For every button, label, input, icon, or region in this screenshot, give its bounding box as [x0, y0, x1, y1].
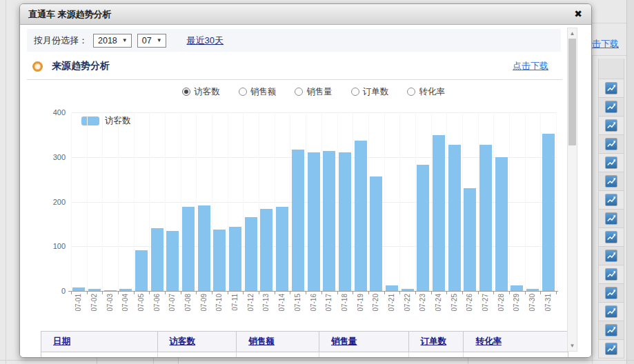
scroll-up-icon[interactable]: ▲ — [568, 30, 577, 37]
radio-icon[interactable] — [295, 88, 303, 96]
bar-07-09[interactable] — [198, 205, 210, 291]
download-link[interactable]: 点击下载 — [513, 60, 548, 72]
bar-07-07[interactable] — [166, 231, 179, 291]
bar-07-10[interactable] — [213, 230, 226, 291]
bar-07-17[interactable] — [323, 151, 335, 291]
table-header-cell: 访客数 — [157, 332, 237, 352]
bar-07-11[interactable] — [229, 227, 241, 291]
metric-radio-label: 销售量 — [306, 86, 333, 98]
radio-icon[interactable] — [239, 88, 247, 96]
x-axis-tick-label: 07-21 — [388, 294, 396, 325]
x-axis-tick-label: 07-24 — [435, 294, 443, 325]
trend-chart-icon[interactable] — [605, 194, 617, 206]
bg-table-row — [598, 191, 624, 210]
table-header-row: 日期访客数销售额销售量订单数转化率 — [41, 332, 568, 352]
bar-07-21[interactable] — [386, 285, 398, 291]
bar-07-06[interactable] — [151, 228, 164, 291]
trend-chart-icon[interactable] — [605, 156, 617, 169]
bar-07-20[interactable] — [370, 176, 382, 291]
bg-page-scroll-area — [626, 0, 634, 364]
bar-07-16[interactable] — [308, 152, 320, 291]
legend-label: 访客数 — [105, 115, 131, 127]
sort-link-2[interactable]: 销售额 — [248, 336, 275, 347]
radio-icon[interactable] — [351, 88, 359, 96]
bar-07-31[interactable] — [542, 134, 555, 291]
metric-radio-label: 销售额 — [250, 86, 277, 98]
close-icon[interactable]: ✖ — [574, 8, 582, 19]
bar-07-18[interactable] — [339, 152, 351, 291]
bar-07-29[interactable] — [511, 285, 523, 291]
bg-table-row — [598, 321, 624, 340]
x-axis-tick — [71, 292, 72, 294]
trend-chart-icon[interactable] — [605, 231, 617, 243]
trend-chart-icon[interactable] — [605, 175, 617, 188]
gridline — [399, 112, 400, 291]
bg-table-row — [598, 265, 624, 284]
trend-chart-icon[interactable] — [605, 138, 617, 150]
x-axis-line — [68, 291, 558, 292]
trend-chart-icon[interactable] — [605, 82, 617, 94]
bar-07-23[interactable] — [417, 165, 429, 291]
scroll-down-icon[interactable]: ▼ — [568, 343, 577, 349]
bar-07-19[interactable] — [355, 141, 367, 291]
bar-07-08[interactable] — [182, 207, 195, 291]
x-axis-tick — [493, 292, 494, 294]
trend-chart-icon[interactable] — [605, 250, 617, 262]
table-cell — [319, 352, 408, 357]
sort-link-1[interactable]: 访客数 — [170, 336, 196, 347]
trend-chart-icon[interactable] — [605, 324, 617, 336]
bar-07-03[interactable] — [104, 290, 117, 291]
bar-07-12[interactable] — [245, 217, 257, 291]
bar-07-01[interactable] — [72, 287, 85, 291]
trend-chart-icon[interactable] — [605, 268, 617, 281]
x-axis-tick — [228, 292, 228, 294]
scrollbar-thumb[interactable] — [568, 39, 576, 145]
sort-link-5[interactable]: 转化率 — [475, 336, 502, 347]
bar-07-13[interactable] — [260, 209, 273, 291]
x-axis-tick — [196, 292, 197, 294]
gridline — [368, 112, 369, 291]
bar-07-30[interactable] — [526, 289, 539, 291]
radio-icon[interactable] — [407, 88, 415, 96]
y-axis-tick-label: 300 — [39, 153, 66, 161]
trend-chart-icon[interactable] — [605, 287, 617, 299]
x-axis-tick — [275, 292, 275, 294]
trend-chart-icon[interactable] — [605, 305, 617, 318]
bar-07-14[interactable] — [276, 207, 288, 291]
gridline — [212, 112, 212, 291]
x-axis-tick-label: 07-29 — [513, 294, 521, 325]
month-select[interactable]: 07 ▼ — [137, 34, 166, 48]
bar-07-05[interactable] — [135, 250, 148, 291]
dialog-scrollbar[interactable]: ▲ ▼ — [567, 28, 577, 352]
bar-07-27[interactable] — [479, 145, 492, 291]
sort-link-3[interactable]: 销售量 — [331, 336, 357, 347]
gridline — [165, 112, 166, 291]
x-axis-tick — [118, 292, 119, 294]
bar-07-22[interactable] — [402, 289, 414, 291]
bar-07-02[interactable] — [88, 289, 101, 291]
trend-chart-icon[interactable] — [605, 119, 617, 132]
bar-07-15[interactable] — [292, 150, 304, 291]
trend-bar-chart: 访客数 0100200300400 07-0107-0207-0307-0407… — [20, 25, 591, 357]
x-axis-tick — [165, 292, 166, 294]
radio-selected-icon[interactable] — [182, 88, 190, 96]
bar-07-04[interactable] — [119, 289, 132, 291]
bar-07-25[interactable] — [448, 145, 461, 291]
trend-chart-icon[interactable] — [605, 212, 617, 225]
x-axis-tick-label: 07-04 — [121, 294, 130, 325]
bar-07-24[interactable] — [433, 135, 445, 291]
recent-30-days-link[interactable]: 最近30天 — [187, 34, 224, 47]
year-select[interactable]: 2018 ▼ — [93, 34, 132, 48]
x-axis-tick-label: 07-05 — [137, 294, 146, 325]
gridline — [243, 112, 244, 291]
trend-chart-icon[interactable] — [605, 343, 617, 355]
bar-07-26[interactable] — [464, 188, 476, 291]
sort-link-4[interactable]: 订单数 — [421, 336, 447, 347]
gridline — [321, 112, 322, 291]
sort-link-0[interactable]: 日期 — [53, 336, 70, 347]
dialog-title: 直通车 来源趋势分析 — [28, 8, 112, 21]
bar-07-28[interactable] — [495, 157, 508, 291]
trend-chart-icon[interactable] — [605, 101, 617, 113]
bg-table-row — [598, 284, 624, 303]
bg-table-row — [598, 117, 624, 135]
